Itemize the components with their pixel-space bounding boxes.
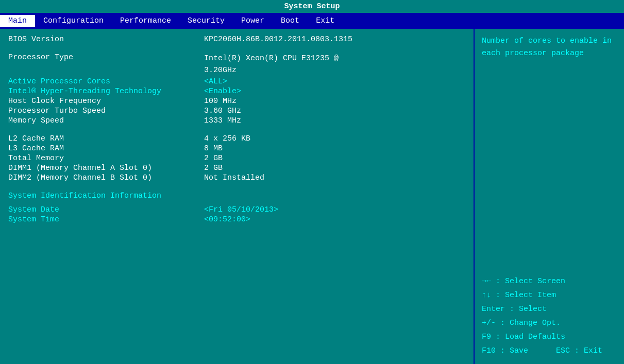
dimm2-label: DIMM2 (Memory Channel B Slot 0) [8, 174, 204, 182]
dimm1-value: 2 GB [204, 164, 223, 172]
l3-cache-row: L3 Cache RAM 8 MB [8, 144, 465, 153]
title-bar: System Setup [0, 0, 624, 13]
dimm1-label: DIMM1 (Memory Channel A Slot 0) [8, 164, 204, 172]
active-cores-label: Active Processor Cores [8, 77, 204, 86]
turbo-speed-row: Processor Turbo Speed 3.60 GHz [8, 107, 465, 115]
memory-speed-row: Memory Speed 1333 MHz [8, 116, 465, 125]
key-enter-select: Enter : Select [482, 302, 617, 316]
menu-item-main[interactable]: Main [0, 15, 35, 27]
l2-cache-row: L2 Cache RAM 4 x 256 KB [8, 134, 465, 143]
title-text: System Setup [284, 2, 340, 11]
dimm2-value: Not Installed [204, 174, 264, 182]
menu-item-security[interactable]: Security [179, 15, 233, 27]
memory-speed-value: 1333 MHz [204, 116, 241, 125]
system-time-row: System Time <09:52:00> [8, 215, 465, 224]
host-clock-row: Host Clock Frequency 100 MHz [8, 97, 465, 106]
total-memory-value: 2 GB [204, 154, 223, 163]
turbo-speed-label: Processor Turbo Speed [8, 107, 204, 115]
hyperthreading-value[interactable]: <Enable> [204, 87, 241, 96]
help-text: Number of cores to enable in each proces… [482, 35, 617, 60]
menu-item-power[interactable]: Power [233, 15, 273, 27]
key-change-opt: +/- : Change Opt. [482, 316, 617, 330]
active-cores-value[interactable]: <ALL> [204, 77, 227, 86]
bios-version-value: KPC2060H.86B.0012.2011.0803.1315 [204, 35, 352, 44]
system-time-label: System Time [8, 215, 204, 224]
processor-type-row: Processor Type Intel(R) Xeon(R) CPU E312… [8, 53, 465, 76]
key-select-screen: →← : Select Screen [482, 274, 617, 288]
key-load-defaults: F9 : Load Defaults [482, 330, 617, 344]
bios-version-label: BIOS Version [8, 35, 204, 44]
menu-item-performance[interactable]: Performance [112, 15, 179, 27]
memory-speed-label: Memory Speed [8, 116, 204, 125]
content-area: BIOS Version KPC2060H.86B.0012.2011.0803… [0, 29, 624, 364]
processor-type-value: Intel(R) Xeon(R) CPU E31235 @3.20GHz [204, 53, 339, 76]
system-date-row: System Date <Fri 05/10/2013> [8, 205, 465, 214]
active-cores-row: Active Processor Cores <ALL> [8, 77, 465, 86]
host-clock-value: 100 MHz [204, 97, 237, 106]
key-save-exit: F10 : Save ESC : Exit [482, 344, 617, 358]
processor-type-label: Processor Type [8, 53, 204, 62]
system-date-label: System Date [8, 205, 204, 214]
hyperthreading-row: Intel® Hyper-Threading Technology <Enabl… [8, 87, 465, 96]
main-panel: BIOS Version KPC2060H.86B.0012.2011.0803… [0, 29, 475, 364]
menu-item-exit[interactable]: Exit [308, 15, 343, 27]
host-clock-label: Host Clock Frequency [8, 97, 204, 106]
l2-cache-label: L2 Cache RAM [8, 134, 204, 143]
menu-bar: Main Configuration Performance Security … [0, 13, 624, 29]
dimm2-row: DIMM2 (Memory Channel B Slot 0) Not Inst… [8, 174, 465, 182]
system-time-value[interactable]: <09:52:00> [204, 215, 250, 224]
l3-cache-label: L3 Cache RAM [8, 144, 204, 153]
total-memory-row: Total Memory 2 GB [8, 154, 465, 163]
total-memory-label: Total Memory [8, 154, 204, 163]
turbo-speed-value: 3.60 GHz [204, 107, 241, 115]
dimm1-row: DIMM1 (Memory Channel A Slot 0) 2 GB [8, 164, 465, 172]
l2-cache-value: 4 x 256 KB [204, 134, 250, 143]
system-date-value[interactable]: <Fri 05/10/2013> [204, 205, 278, 214]
side-panel: Number of cores to enable in each proces… [475, 29, 624, 364]
key-help: →← : Select Screen ↑↓ : Select Item Ente… [482, 274, 617, 358]
help-description: Number of cores to enable in each proces… [482, 37, 612, 58]
system-identification-header: System Identification Information [8, 192, 465, 200]
hyperthreading-label: Intel® Hyper-Threading Technology [8, 87, 204, 96]
menu-item-boot[interactable]: Boot [273, 15, 308, 27]
key-select-item: ↑↓ : Select Item [482, 288, 617, 302]
l3-cache-value: 8 MB [204, 144, 223, 153]
bios-version-row: BIOS Version KPC2060H.86B.0012.2011.0803… [8, 35, 465, 44]
menu-item-configuration[interactable]: Configuration [35, 15, 112, 27]
